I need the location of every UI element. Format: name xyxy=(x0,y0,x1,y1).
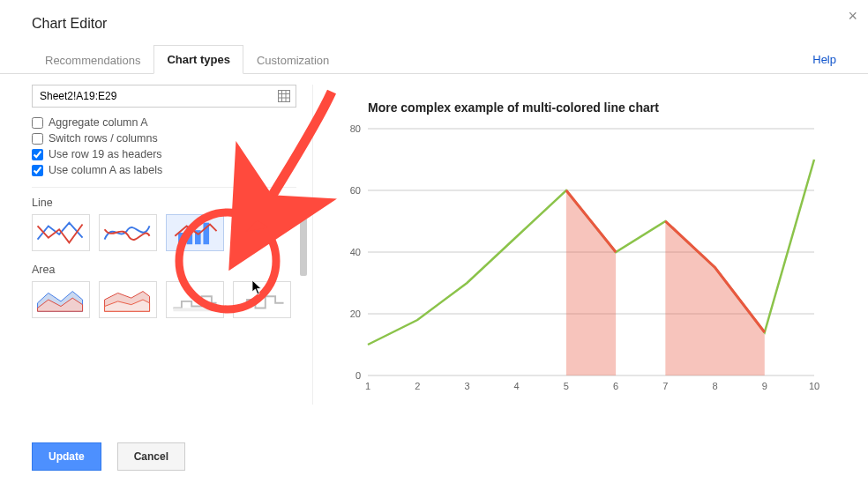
svg-rect-13 xyxy=(173,308,216,311)
help-link[interactable]: Help xyxy=(812,46,836,73)
checkbox-labels[interactable]: Use column A as labels xyxy=(32,162,296,178)
svg-rect-5 xyxy=(178,233,184,244)
svg-text:10: 10 xyxy=(809,381,819,391)
svg-text:8: 8 xyxy=(712,381,717,391)
checkbox-aggregate-input[interactable] xyxy=(32,117,43,129)
tab-recommendations[interactable]: Recommendations xyxy=(32,46,153,74)
svg-text:80: 80 xyxy=(350,123,361,134)
checkbox-switch[interactable]: Switch rows / columns xyxy=(32,130,296,146)
thumb-area-step2[interactable] xyxy=(233,281,291,318)
svg-text:4: 4 xyxy=(514,381,520,391)
thumb-area-stacked[interactable] xyxy=(99,281,157,318)
svg-text:3: 3 xyxy=(464,381,469,391)
svg-text:20: 20 xyxy=(350,308,361,319)
scrollbar-thumb[interactable] xyxy=(300,214,307,276)
svg-text:6: 6 xyxy=(613,381,618,391)
svg-text:7: 7 xyxy=(662,381,668,391)
checkbox-labels-input[interactable] xyxy=(32,165,43,176)
tab-chart-types[interactable]: Chart types xyxy=(153,45,243,74)
line-thumbs xyxy=(32,214,296,251)
select-range-icon[interactable] xyxy=(278,90,290,102)
section-area-label: Area xyxy=(32,264,296,276)
checkbox-switch-input[interactable] xyxy=(32,133,43,145)
section-line-label: Line xyxy=(32,197,296,209)
checkbox-headers-label: Use row 19 as headers xyxy=(49,148,162,160)
data-range-input[interactable] xyxy=(38,89,278,103)
svg-text:1: 1 xyxy=(365,381,370,391)
thumb-line-smooth[interactable] xyxy=(99,214,157,251)
update-button[interactable]: Update xyxy=(32,442,101,471)
thumb-combo-chart[interactable] xyxy=(166,214,224,251)
left-panel: Aggregate column A Switch rows / columns… xyxy=(32,85,296,405)
cancel-button[interactable]: Cancel xyxy=(117,442,185,471)
chart-preview: More complex example of multi-colored li… xyxy=(312,85,836,405)
svg-text:40: 40 xyxy=(350,247,361,257)
dialog-title: Chart Editor xyxy=(0,0,868,44)
checkbox-aggregate[interactable]: Aggregate column A xyxy=(32,115,296,130)
close-icon[interactable]: × xyxy=(848,7,857,26)
checkbox-labels-label: Use column A as labels xyxy=(49,164,162,176)
tabs: Recommendations Chart types Customizatio… xyxy=(0,44,868,74)
thumb-line-basic[interactable] xyxy=(32,214,90,251)
svg-text:60: 60 xyxy=(350,185,361,196)
chart-title: More complex example of multi-colored li… xyxy=(329,85,836,120)
data-range-field[interactable] xyxy=(32,85,296,108)
checkbox-switch-label: Switch rows / columns xyxy=(49,132,158,145)
svg-text:2: 2 xyxy=(415,381,420,391)
svg-text:9: 9 xyxy=(762,381,767,391)
tab-customization[interactable]: Customization xyxy=(243,46,342,74)
svg-text:5: 5 xyxy=(564,381,569,391)
svg-text:0: 0 xyxy=(355,370,361,381)
chart-canvas: 02040608012345678910 xyxy=(329,120,832,402)
checkbox-headers-input[interactable] xyxy=(32,149,43,160)
checkbox-headers[interactable]: Use row 19 as headers xyxy=(32,146,296,162)
checkbox-aggregate-label: Aggregate column A xyxy=(49,116,148,129)
thumb-area-step[interactable] xyxy=(166,281,224,318)
thumb-area-basic[interactable] xyxy=(32,281,90,318)
area-thumbs xyxy=(32,281,296,318)
svg-rect-0 xyxy=(279,91,290,102)
